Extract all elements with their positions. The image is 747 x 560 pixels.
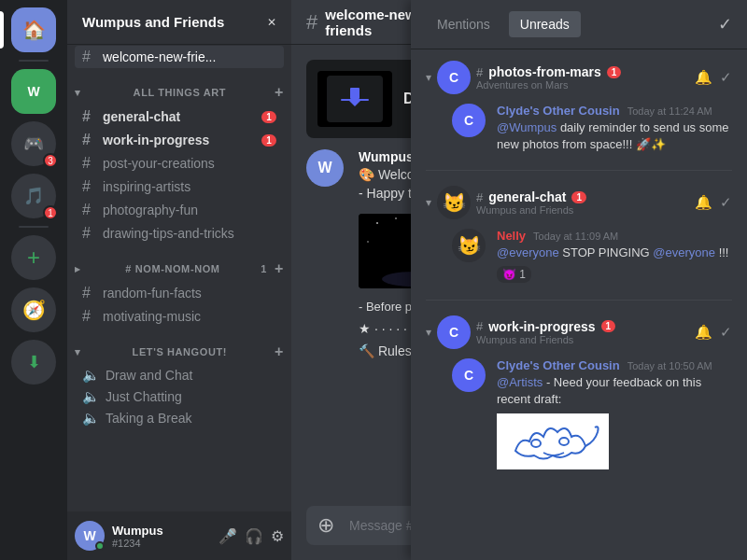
tab-unreads[interactable]: Unreads <box>509 11 581 37</box>
mention-everyone: @everyone <box>497 245 559 259</box>
unread-badge-2: 1 <box>571 191 586 203</box>
download-button[interactable]: ⬇ <box>11 340 56 385</box>
hash-icon: # <box>476 65 483 79</box>
channel-list-body: # welcome-new-frie... ⚙ ▾ ALL THINGS ART… <box>67 45 291 511</box>
hash-icon: # <box>82 202 97 218</box>
channel-avatar-1: C <box>437 61 471 94</box>
user-actions: 🎤 🎧 ⚙ <box>218 527 284 545</box>
channel-item-photography[interactable]: # photography-fun <box>75 199 284 221</box>
add-attachment-button[interactable]: ⊕ <box>314 506 338 545</box>
discover-button[interactable]: 🧭 <box>11 287 56 332</box>
settings-icon[interactable]: ⚙ <box>271 527 284 545</box>
channel-item-motivating-music[interactable]: # motivating-music <box>75 305 284 328</box>
mark-all-read-button[interactable]: ✓ <box>718 14 732 35</box>
section-chevron-icon[interactable]: ▾ <box>426 71 431 84</box>
unread-channel-name-1: photos-from-mars <box>488 64 601 79</box>
channel-item-welcome[interactable]: # welcome-new-frie... ⚙ <box>75 46 284 68</box>
server-icon-home[interactable]: 🏠 <box>11 7 56 52</box>
server-badge-gaming: 3 <box>43 153 58 168</box>
svg-point-13 <box>367 241 369 243</box>
unread-section-1: ▾ C # photos-from-mars 1 Adventures on M… <box>411 49 747 166</box>
message-text: @everyone STOP PINGING @everyone !!! <box>497 245 732 261</box>
unread-server-1: Adventures on Mars <box>476 79 689 91</box>
add-channel-icon[interactable]: + <box>275 260 284 277</box>
category-hangout[interactable]: ▾ LET'S HANGOUT! + <box>67 329 291 364</box>
category-arrow-icon: ▸ <box>75 263 81 275</box>
channel-item-inspiring-artists[interactable]: # inspiring-artists <box>75 175 284 198</box>
section-divider-2 <box>426 300 732 301</box>
hash-icon: # <box>306 10 317 35</box>
unread-server-3: Wumpus and Friends <box>476 334 689 345</box>
channel-item-drawing-tips[interactable]: # drawing-tips-and-tricks <box>75 222 284 245</box>
bell-mute-icon[interactable]: 🔔 <box>695 69 712 86</box>
section-chevron-icon[interactable]: ▾ <box>426 326 431 339</box>
message-content: Nelly Today at 11:09 AM @everyone STOP P… <box>497 229 732 282</box>
channel-badge-wip: 1 <box>261 134 276 147</box>
channel-item-random-facts[interactable]: # random-fun-facts <box>75 282 284 304</box>
voice-channel-name: Just Chatting <box>106 389 182 404</box>
unread-message-2: 😼 Nelly Today at 11:09 AM @everyone STOP… <box>411 223 747 287</box>
message-header: Clyde's Other Cousin Today at 10:50 AM <box>497 358 732 372</box>
section-chevron-icon[interactable]: ▾ <box>426 196 431 209</box>
voice-channel-draw-chat[interactable]: 🔈 Draw and Chat <box>75 365 284 385</box>
unread-message-1: C Clyde's Other Cousin Today at 11:24 AM… <box>411 98 747 159</box>
tab-mentions[interactable]: Mentions <box>426 11 501 37</box>
message-author: Wumpus <box>359 149 414 164</box>
svg-rect-3 <box>350 88 359 99</box>
voice-channel-just-chatting[interactable]: 🔈 Just Chatting <box>75 386 284 407</box>
server-divider <box>19 60 49 62</box>
category-name: LET'S HANGOUT! <box>133 346 227 357</box>
category-nom[interactable]: ▸ # nom-nom-nom 1 + <box>67 245 291 281</box>
message-timestamp: Today at 11:24 AM <box>627 105 712 117</box>
channel-item-general-chat[interactable]: # general-chat 1 <box>75 105 284 128</box>
unread-badge-1: 1 <box>607 66 622 78</box>
microphone-icon[interactable]: 🎤 <box>218 527 237 545</box>
hash-icon: # <box>82 308 97 325</box>
channel-name: welcome-new-frie... <box>103 49 276 64</box>
category-all-things-art[interactable]: ▾ ALL THINGS ART + <box>67 69 291 105</box>
channel-name-wip: work-in-progress <box>103 133 256 147</box>
add-server-button[interactable]: + <box>11 235 56 280</box>
check-icon[interactable]: ✓ <box>720 69 732 86</box>
bell-mute-icon[interactable]: 🔔 <box>695 194 712 211</box>
hash-icon: # <box>82 49 97 65</box>
headphones-icon[interactable]: 🎧 <box>245 527 263 545</box>
server-icon-music[interactable]: 🎵 1 <box>11 174 56 218</box>
voice-channel-taking-break[interactable]: 🔈 Taking a Break <box>75 408 284 428</box>
channel-item-work-in-progress[interactable]: # work-in-progress 1 <box>75 129 284 151</box>
channel-item-post-creations[interactable]: # post-your-creations <box>75 152 284 175</box>
message-author: Clyde's Other Cousin <box>497 104 620 118</box>
server-icon-gaming[interactable]: 🎮 3 <box>11 121 56 166</box>
username: Wumpus <box>112 524 211 538</box>
speaker-icon: 🔈 <box>82 410 100 427</box>
message-avatar: C <box>452 358 486 392</box>
mention-everyone-2: @everyone <box>653 245 715 259</box>
channel-avatar-3: C <box>437 315 471 349</box>
message-avatar: W <box>306 149 344 187</box>
check-icon[interactable]: ✓ <box>720 324 732 341</box>
svg-point-10 <box>395 217 397 219</box>
server-header[interactable]: Wumpus and Friends ✕ <box>67 0 291 45</box>
bell-mute-icon[interactable]: 🔔 <box>695 324 712 341</box>
message-avatar: C <box>452 104 486 137</box>
message-text: @Wumpus daily reminder to send us some n… <box>497 119 732 153</box>
add-channel-icon[interactable]: + <box>275 343 284 360</box>
message-timestamp: Today at 10:50 AM <box>627 360 712 371</box>
chevron-down-icon: ✕ <box>267 16 276 29</box>
check-icon[interactable]: ✓ <box>720 194 732 211</box>
message-avatar: 😼 <box>452 229 486 262</box>
hash-icon: # <box>82 108 97 125</box>
speaker-icon: 🔈 <box>82 388 100 405</box>
server-icon-art[interactable]: W <box>11 69 56 114</box>
add-channel-icon[interactable]: + <box>275 84 284 101</box>
message-author: Clyde's Other Cousin <box>497 358 620 372</box>
hash-icon: # <box>82 285 97 301</box>
download-banner-image <box>317 71 392 127</box>
channel-name: motivating-music <box>103 309 276 324</box>
emoji-reaction[interactable]: 😈 1 <box>497 266 531 283</box>
message-header: Nelly Today at 11:09 AM <box>497 229 732 243</box>
hash-icon: # <box>476 190 483 204</box>
mention-wumpus: @Wumpus <box>497 120 557 134</box>
unread-panel: Mentions Unreads ✓ ▾ C # photos-from-mar… <box>411 0 747 560</box>
server-name: Wumpus and Friends <box>82 14 224 30</box>
